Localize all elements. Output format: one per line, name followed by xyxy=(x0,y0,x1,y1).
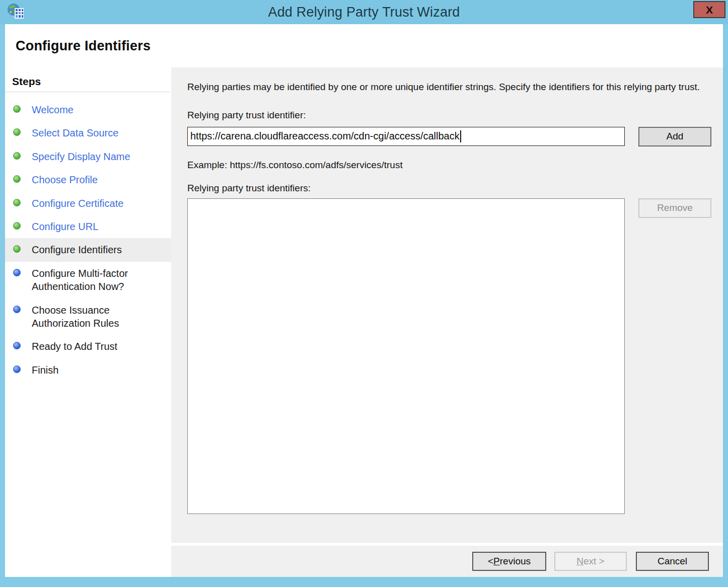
step-bullet-icon xyxy=(13,306,21,313)
sidebar-item-configure-identifiers: Configure Identifiers xyxy=(5,238,171,261)
identifiers-listbox[interactable] xyxy=(187,198,625,514)
steps-sidebar: Steps Welcome Select Data Source Specify… xyxy=(5,67,171,577)
previous-button[interactable]: < Previous xyxy=(472,552,546,571)
sidebar-item-label: Configure Multi-factor Authentication No… xyxy=(32,267,163,293)
sidebar-item-label: Configure Certificate xyxy=(32,197,123,210)
sidebar-item-label: Finish xyxy=(32,363,58,377)
step-bullet-icon xyxy=(13,152,21,160)
step-bullet-icon xyxy=(13,245,21,253)
identifier-input-value: https://carena.cloudflareaccess.com/cdn-… xyxy=(190,130,460,142)
identifier-label: Relying party trust identifier: xyxy=(187,110,711,121)
main-panel: Relying parties may be identified by one… xyxy=(171,67,723,577)
sidebar-item-configure-multi-factor-authentication-now: Configure Multi-factor Authentication No… xyxy=(5,262,171,299)
step-bullet-icon xyxy=(13,128,21,136)
step-bullet-icon xyxy=(13,199,21,206)
wizard-body: Configure Identifiers Steps Welcome Sele… xyxy=(5,24,723,577)
titlebar: Add Relying Party Trust Wizard X xyxy=(0,0,728,24)
sidebar-item-choose-issuance-authorization-rules: Choose Issuance Authorization Rules xyxy=(5,299,171,335)
sidebar-item-label: Specify Display Name xyxy=(32,150,130,163)
sidebar-item-label: Select Data Source xyxy=(32,126,118,139)
sidebar-item-finish: Finish xyxy=(5,358,171,382)
footer-bar: < Previous Next > Cancel xyxy=(171,546,723,577)
close-button[interactable]: X xyxy=(693,1,725,18)
sidebar-item-ready-to-add-trust: Ready to Add Trust xyxy=(5,335,171,358)
sidebar-item-welcome: Welcome xyxy=(5,98,171,121)
text-cursor xyxy=(460,130,461,142)
steps-heading: Steps xyxy=(5,74,170,92)
adfs-wizard-icon xyxy=(6,3,25,22)
step-bullet-icon xyxy=(13,175,21,183)
sidebar-item-label: Welcome xyxy=(32,103,74,116)
sidebar-item-configure-certificate: Configure Certificate xyxy=(5,192,171,215)
sidebar-item-specify-display-name: Specify Display Name xyxy=(5,145,171,168)
sidebar-item-configure-url: Configure URL xyxy=(5,215,171,238)
page-header: Configure Identifiers xyxy=(5,24,723,67)
sidebar-item-label: Ready to Add Trust xyxy=(32,340,117,353)
window-title: Add Relying Party Trust Wizard xyxy=(268,5,460,20)
sidebar-item-choose-profile: Choose Profile xyxy=(5,168,171,191)
sidebar-item-label: Choose Profile xyxy=(32,173,98,186)
example-text: Example: https://fs.contoso.com/adfs/ser… xyxy=(187,160,711,171)
step-bullet-icon xyxy=(13,105,21,113)
sidebar-item-label: Choose Issuance Authorization Rules xyxy=(32,304,163,330)
sidebar-item-label: Configure URL xyxy=(32,220,98,233)
sidebar-item-select-data-source: Select Data Source xyxy=(5,121,171,144)
next-button: Next > xyxy=(554,552,627,571)
sidebar-item-label: Configure Identifiers xyxy=(32,243,122,256)
step-bullet-icon xyxy=(13,342,21,349)
page-description: Relying parties may be identified by one… xyxy=(187,81,703,94)
identifiers-list-label: Relying party trust identifiers: xyxy=(187,183,711,194)
add-button[interactable]: Add xyxy=(638,127,711,146)
remove-button: Remove xyxy=(638,198,711,218)
step-bullet-icon xyxy=(13,365,21,373)
page-title: Configure Identifiers xyxy=(16,38,151,54)
cancel-button[interactable]: Cancel xyxy=(636,552,709,571)
steps-list: Welcome Select Data Source Specify Displ… xyxy=(5,98,171,382)
wizard-window: Add Relying Party Trust Wizard X Configu… xyxy=(0,0,728,587)
identifier-input[interactable]: https://carena.cloudflareaccess.com/cdn-… xyxy=(187,127,625,146)
step-bullet-icon xyxy=(13,269,21,276)
step-bullet-icon xyxy=(13,222,21,230)
